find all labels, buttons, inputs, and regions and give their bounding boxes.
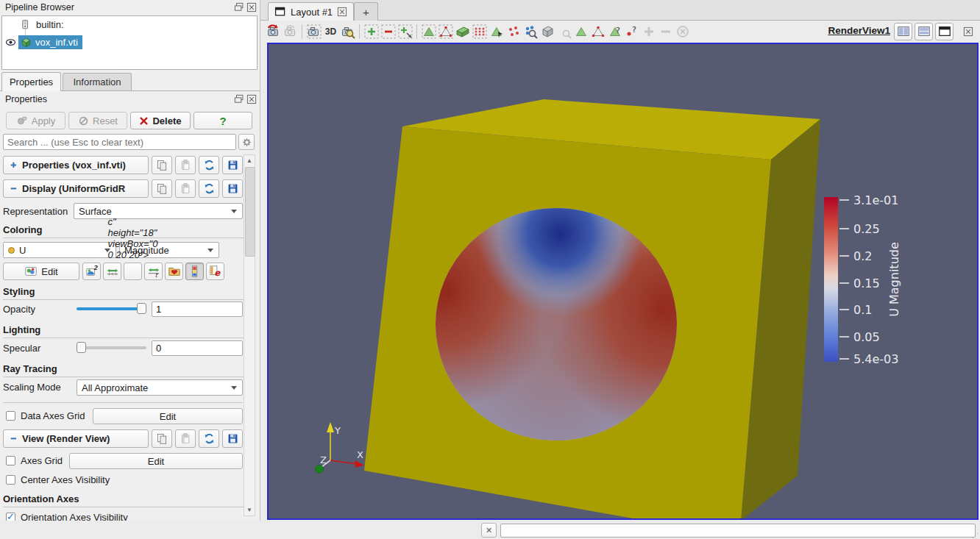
abort-button[interactable]: ✕	[481, 523, 497, 538]
pipeline-tree: builtin: vox_inf.vti	[1, 15, 258, 70]
help-button[interactable]: ?	[193, 112, 252, 129]
reset-button[interactable]: Reset	[68, 112, 127, 129]
opacity-slider-handle[interactable]	[137, 303, 146, 314]
copy-properties-button[interactable]	[152, 156, 172, 174]
left-dock-panel: Pipeline Browser builtin: vox_inf.vti ··…	[0, 0, 260, 521]
apply-button[interactable]: Apply	[6, 112, 65, 129]
scroll-down-icon[interactable]: ▼	[244, 504, 255, 515]
hover-cells-icon[interactable]	[539, 24, 555, 40]
section-properties-header[interactable]: Properties (vox_inf.vti)	[3, 156, 149, 174]
query-cells-icon[interactable]: ?	[606, 24, 623, 40]
representation-combo[interactable]: Surface	[74, 203, 243, 219]
section-display-header[interactable]: Display (UniformGridR	[3, 179, 149, 198]
clear-selection-icon[interactable]	[674, 24, 691, 40]
axes-grid-edit-button[interactable]: Edit	[69, 453, 243, 469]
close-tab-icon[interactable]	[337, 7, 347, 17]
refresh-icon	[203, 182, 216, 195]
search-options-button[interactable]	[238, 134, 255, 150]
resize-grip[interactable]: ⋰	[972, 532, 979, 539]
paste-display-button[interactable]	[175, 179, 196, 198]
camera-undo-icon[interactable]	[265, 24, 282, 40]
data-axes-grid-edit-button[interactable]: Edit	[93, 408, 243, 424]
scaling-mode-combo[interactable]: All Approximate	[77, 379, 243, 396]
reload-display-button[interactable]	[199, 179, 219, 198]
separate-colormap-button[interactable]: 2	[82, 263, 101, 280]
split-horizontal-button[interactable]	[894, 23, 912, 40]
specular-slider[interactable]	[77, 342, 146, 354]
select-surface-cells-icon[interactable]	[420, 24, 437, 40]
query-points-icon[interactable]: ?	[623, 24, 640, 40]
tree-item-builtin[interactable]: builtin:	[20, 19, 64, 30]
orientation-axes-visibility-checkbox[interactable]	[6, 513, 15, 521]
zoom-closest-icon[interactable]	[555, 24, 572, 40]
subtract-selection-icon[interactable]	[657, 24, 674, 40]
close-panel-icon[interactable]	[246, 2, 257, 13]
tab-information[interactable]: Information	[63, 73, 132, 90]
paste-view-button[interactable]	[175, 429, 196, 448]
undock-properties-icon[interactable]	[234, 94, 244, 104]
select-points-tri-icon[interactable]	[589, 24, 606, 40]
paste-properties-button[interactable]	[175, 156, 196, 174]
opacity-slider[interactable]	[77, 303, 146, 315]
select-frustum-points-icon[interactable]	[471, 24, 488, 40]
search-input[interactable]	[3, 134, 236, 150]
selected-source[interactable]: vox_inf.vti	[18, 35, 82, 49]
rescale-custom-button[interactable]: c" height="18" viewBox="0 0 20 20">	[124, 263, 142, 280]
select-surface-points-icon[interactable]	[437, 24, 454, 40]
edit-colormap-button[interactable]: Edit	[3, 263, 79, 280]
choose-preset-button[interactable]	[165, 263, 183, 280]
color-array-combo[interactable]: U	[3, 242, 116, 258]
copy-view-button[interactable]	[152, 429, 172, 448]
split-vertical-button[interactable]	[915, 23, 933, 40]
tree-item-source[interactable]: vox_inf.vti	[5, 35, 82, 49]
axes-grid-checkbox[interactable]	[6, 456, 15, 465]
close-view-button[interactable]	[962, 26, 974, 38]
tab-new-layout[interactable]: +	[354, 2, 378, 21]
rescale-time-button[interactable]: t	[144, 263, 163, 280]
scrollbar-thumb[interactable]	[245, 167, 255, 257]
reload-properties-button[interactable]	[199, 156, 219, 174]
save-view-button[interactable]	[222, 429, 243, 448]
paste-icon	[180, 182, 192, 195]
interactive-select-points-icon[interactable]	[505, 24, 522, 40]
opacity-input[interactable]	[152, 301, 243, 317]
save-display-button[interactable]	[222, 179, 243, 198]
add-selection-icon[interactable]	[640, 24, 657, 40]
interactive-select-cells-icon[interactable]	[572, 24, 589, 40]
new-tab-label: +	[363, 6, 369, 18]
zoom-in-icon[interactable]	[363, 24, 380, 40]
zoom-out-icon[interactable]	[380, 24, 397, 40]
copy-display-button[interactable]	[152, 179, 172, 198]
scroll-up-icon[interactable]: ▲	[244, 155, 255, 165]
close-properties-icon[interactable]	[246, 94, 257, 104]
tab-properties[interactable]: Properties	[1, 72, 61, 91]
3d-viewport[interactable]: 3.1e-01 0.25 0.2 0.15 0.1 0.05 5.4e-03 U…	[269, 44, 977, 518]
zoom-to-data-icon[interactable]	[339, 24, 356, 40]
save-properties-button[interactable]	[222, 156, 243, 174]
select-block-icon[interactable]	[488, 24, 505, 40]
undock-icon[interactable]	[234, 2, 244, 13]
splitter-handle[interactable]: ······	[121, 68, 139, 71]
show-legend-button[interactable]	[185, 263, 204, 280]
separate-colormap-icon: 2	[85, 265, 99, 278]
camera-redo-icon[interactable]	[282, 24, 299, 40]
specular-input[interactable]	[152, 340, 243, 356]
tab-layout1[interactable]: Layout #1	[268, 2, 354, 21]
eye-icon[interactable]	[5, 37, 16, 48]
edit-legend-button[interactable]: e	[206, 263, 224, 280]
zoom-to-box-icon[interactable]	[397, 24, 413, 40]
reload-view-button[interactable]	[199, 429, 219, 448]
specular-slider-handle[interactable]	[77, 342, 86, 353]
maximize-view-button[interactable]	[935, 23, 954, 40]
center-axes-checkbox[interactable]	[6, 475, 15, 485]
data-axes-grid-checkbox[interactable]	[6, 411, 15, 421]
properties-scrollbar[interactable]: ▲ ▼	[244, 154, 255, 516]
delete-button[interactable]: Delete	[130, 112, 191, 129]
select-frustum-cells-icon[interactable]	[454, 24, 471, 40]
view-title[interactable]: RenderView1	[828, 25, 890, 36]
toggle-3d-icon[interactable]: 3D	[322, 24, 339, 40]
hover-points-icon[interactable]	[522, 24, 539, 40]
paste-icon	[180, 432, 192, 445]
save-screenshot-icon[interactable]	[305, 24, 322, 40]
section-view-header[interactable]: View (Render View)	[3, 429, 149, 448]
